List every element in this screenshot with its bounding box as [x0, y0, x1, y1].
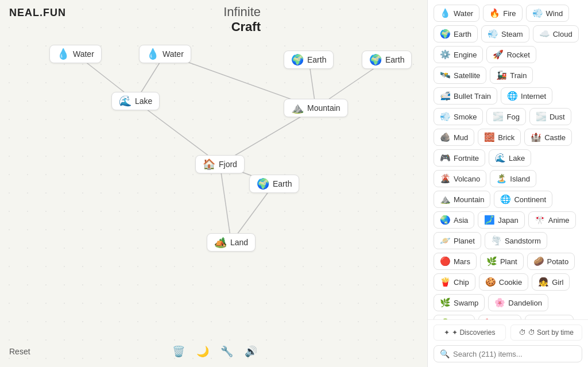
card-emoji: 🌊 — [119, 96, 131, 106]
sidebar-item[interactable]: 🔴Mars — [434, 253, 477, 270]
sidebar-item[interactable]: 🗾Japan — [478, 211, 524, 229]
sidebar-item[interactable]: 🌊Lake — [489, 149, 531, 167]
card-emoji: 🌍 — [369, 55, 382, 65]
sidebar-item[interactable]: 💵Money — [525, 315, 574, 319]
craft-card[interactable]: 🌊Lake — [111, 92, 160, 110]
app-title: Infinite Craft — [223, 5, 261, 34]
item-label: Japan — [498, 216, 518, 225]
craft-card[interactable]: 🏠Fjord — [195, 155, 245, 173]
discoveries-label: ✦ Discoveries — [452, 329, 495, 337]
item-emoji: 🌍 — [440, 29, 451, 39]
sidebar-item[interactable]: ⚙️Engine — [434, 46, 483, 63]
item-emoji: 🔥 — [489, 8, 500, 18]
item-label: Steam — [501, 30, 523, 38]
card-emoji: 💧 — [146, 49, 159, 59]
sidebar-item[interactable]: 💨Smoke — [434, 108, 483, 125]
item-label: Brick — [498, 133, 514, 142]
item-emoji: ⛰️ — [440, 194, 451, 204]
item-label: Potato — [547, 257, 569, 266]
discoveries-icon: ✦ — [444, 329, 450, 337]
sidebar-items-grid: 💧Water🔥Fire💨Wind🌍Earth💨Steam☁️Cloud⚙️Eng… — [428, 0, 588, 319]
craft-card[interactable]: 💧Water — [49, 45, 102, 63]
craft-card[interactable]: 🌍Earth — [249, 175, 299, 193]
sidebar-item[interactable]: 🎌Anime — [528, 211, 576, 229]
item-emoji: 🌏 — [440, 215, 451, 225]
card-emoji: 🌍 — [257, 179, 269, 189]
sidebar-item[interactable]: 🥔Potato — [527, 253, 575, 270]
sidebar-item[interactable]: 🚀Rocket — [486, 46, 536, 63]
sidebar-item[interactable]: 🍪Cookie — [479, 273, 528, 291]
item-emoji: 💨 — [488, 29, 498, 39]
item-label: Internet — [521, 92, 546, 101]
sidebar-item[interactable]: ⛰️Mountain — [434, 191, 490, 208]
sidebar-item[interactable]: 🍟Chip — [434, 273, 475, 291]
trash-icon[interactable]: 🗑️ — [172, 345, 185, 358]
sidebar-item[interactable]: 🌪️Sandstorm — [485, 232, 547, 249]
bottom-toolbar: Reset 🗑️ 🌙 🔧 🔊 — [0, 345, 266, 358]
sort-label: ⏱ Sort by time — [528, 329, 574, 337]
sidebar-item[interactable]: 🌫️Dust — [529, 108, 571, 125]
sidebar-item[interactable]: 👧Girl — [532, 273, 570, 291]
sidebar-item[interactable]: 🌐Internet — [501, 87, 552, 105]
item-emoji: 🌐 — [507, 91, 518, 101]
sidebar-item[interactable]: 💧Water — [434, 5, 479, 22]
sidebar-item[interactable]: 🌐Continent — [494, 191, 552, 208]
reset-button[interactable]: Reset — [9, 347, 30, 356]
sidebar-item[interactable]: ☁️Cloud — [533, 25, 579, 43]
sidebar-actions: ✦ ✦ Discoveries ⏱ ⏱ Sort by time — [434, 324, 582, 341]
sidebar-item[interactable]: 🚂Train — [490, 67, 533, 84]
sidebar-item[interactable]: 💨Steam — [481, 25, 529, 43]
sidebar-item[interactable]: 🌳Tree — [434, 315, 475, 319]
canvas-area[interactable]: NEAL.FUN Infinite Craft 💧Water💧Water🌍Ear… — [0, 0, 427, 367]
sidebar-item[interactable]: ✏️Wish — [478, 315, 521, 319]
sidebar-item[interactable]: 🌍Earth — [434, 25, 478, 43]
sidebar-item[interactable]: 🌿Plant — [480, 253, 524, 270]
sidebar-item[interactable]: 🌿Swamp — [434, 294, 485, 311]
sort-button[interactable]: ⏱ ⏱ Sort by time — [510, 324, 583, 341]
item-emoji: 🍟 — [440, 277, 451, 287]
card-emoji: 🌍 — [291, 55, 304, 65]
item-label: Chip — [454, 278, 469, 287]
craft-card[interactable]: 🌍Earth — [362, 51, 412, 69]
card-emoji: 🏕️ — [214, 237, 227, 248]
search-input[interactable] — [453, 350, 576, 358]
sidebar-item[interactable]: 🔥Fire — [483, 5, 522, 22]
sidebar-item[interactable]: 🌸Dandelion — [488, 294, 548, 311]
sidebar-item[interactable]: 🧱Brick — [478, 129, 521, 146]
sidebar-item[interactable]: 🌋Volcano — [434, 170, 486, 187]
sound-icon[interactable]: 🔊 — [245, 345, 257, 358]
sidebar-item[interactable]: 🎮Fortnite — [434, 149, 485, 167]
sidebar-item[interactable]: 🚅Bullet Train — [434, 87, 497, 105]
sidebar-item[interactable]: 💨Wind — [526, 5, 570, 22]
sidebar-item[interactable]: 🌫️Fog — [486, 108, 525, 125]
item-emoji: 🧱 — [484, 132, 495, 142]
craft-card[interactable]: 🏕️Land — [207, 233, 256, 252]
craft-card[interactable]: ⛰️Mountain — [284, 99, 348, 117]
discoveries-button[interactable]: ✦ ✦ Discoveries — [434, 324, 506, 341]
sidebar-item[interactable]: 🏝️Island — [490, 170, 536, 187]
item-label: Cookie — [499, 278, 522, 287]
item-label: Bullet Train — [454, 92, 491, 101]
dark-mode-icon[interactable]: 🌙 — [196, 345, 209, 358]
item-label: Volcano — [454, 175, 480, 183]
item-emoji: 👧 — [538, 277, 549, 287]
sidebar-item[interactable]: 🌏Asia — [434, 211, 474, 229]
sidebar-item[interactable]: 🪐Planet — [434, 232, 481, 249]
craft-card[interactable]: 💧Water — [139, 45, 191, 63]
card-label: Earth — [273, 179, 292, 188]
sidebar-item[interactable]: 🪨Mud — [434, 129, 474, 146]
item-label: Rocket — [506, 51, 529, 59]
craft-card[interactable]: 🌍Earth — [284, 51, 334, 69]
card-label: Lake — [135, 96, 152, 106]
item-emoji: 🎌 — [535, 215, 546, 225]
brush-icon[interactable]: 🔧 — [220, 345, 233, 358]
item-emoji: 🥔 — [533, 256, 544, 266]
item-emoji: 🌐 — [500, 194, 511, 204]
sidebar-item[interactable]: 🏰Castle — [524, 129, 572, 146]
sidebar-item[interactable]: 🛰️Satellite — [434, 67, 486, 84]
item-emoji: ☁️ — [539, 29, 550, 39]
card-emoji: 💧 — [57, 49, 69, 59]
card-emoji: ⛰️ — [291, 103, 304, 113]
search-icon: 🔍 — [440, 349, 450, 358]
sidebar: 💧Water🔥Fire💨Wind🌍Earth💨Steam☁️Cloud⚙️Eng… — [427, 0, 588, 367]
